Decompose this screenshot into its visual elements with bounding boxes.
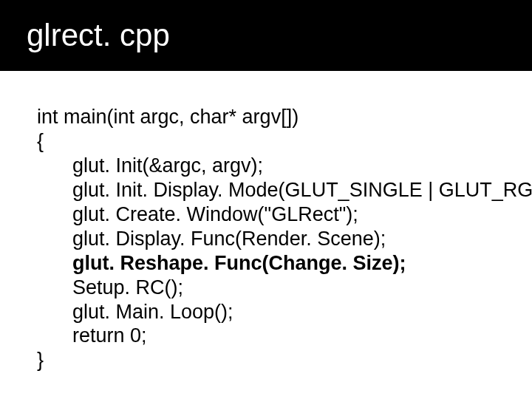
code-line-bold: glut. Reshape. Func(Change. Size);: [37, 251, 525, 276]
title-bar: glrect. cpp: [0, 0, 532, 71]
code-block: int main(int argc, char* argv[]) { glut.…: [0, 71, 532, 372]
code-line: {: [37, 129, 525, 154]
code-line: int main(int argc, char* argv[]): [37, 105, 525, 129]
slide-title: glrect. cpp: [27, 18, 170, 53]
code-line: glut. Create. Window("GLRect");: [37, 202, 525, 227]
code-line: }: [37, 348, 525, 372]
slide: glrect. cpp int main(int argc, char* arg…: [0, 0, 532, 399]
code-line: glut. Init. Display. Mode(GLUT_SINGLE | …: [37, 178, 525, 202]
code-line: glut. Display. Func(Render. Scene);: [37, 227, 525, 251]
code-line: glut. Main. Loop();: [37, 300, 525, 324]
code-line: return 0;: [37, 324, 525, 348]
code-line: glut. Init(&argc, argv);: [37, 154, 525, 178]
code-line: Setup. RC();: [37, 276, 525, 300]
